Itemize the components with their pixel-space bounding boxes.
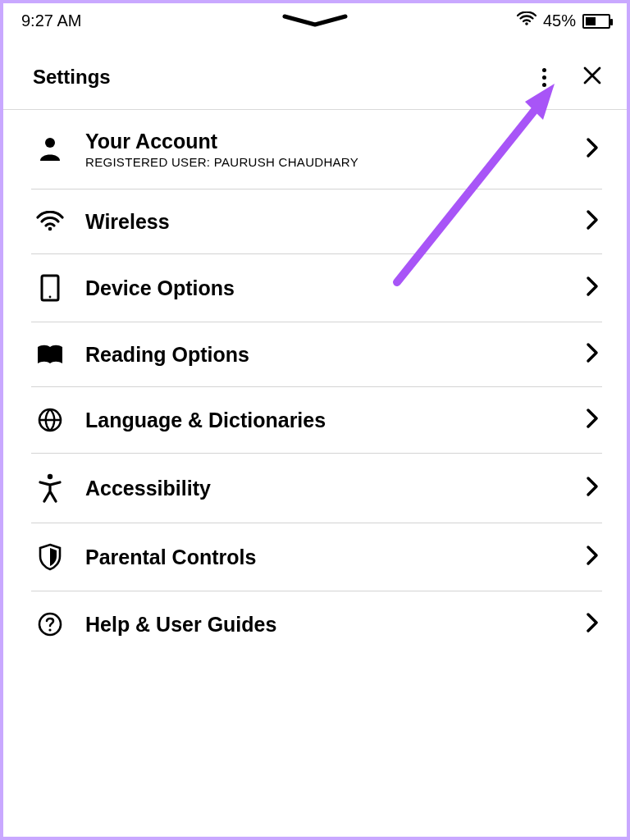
person-icon [34, 136, 66, 162]
status-right: 45% [517, 11, 610, 30]
row-subtitle: REGISTERED USER: PAURUSH CHAUDHARY [85, 155, 566, 169]
svg-point-6 [48, 474, 52, 479]
help-icon [34, 611, 66, 637]
svg-point-8 [48, 628, 51, 631]
settings-list: Your Account REGISTERED USER: PAURUSH CH… [3, 110, 627, 657]
row-reading-options[interactable]: Reading Options [31, 322, 602, 387]
wifi-icon [517, 11, 536, 30]
row-title: Accessibility [85, 477, 566, 500]
chevron-right-icon [586, 276, 599, 300]
row-title: Parental Controls [85, 546, 566, 569]
svg-point-4 [49, 296, 52, 299]
row-title: Reading Options [85, 343, 566, 367]
page-title: Settings [33, 66, 111, 89]
svg-point-1 [45, 138, 55, 148]
accessibility-icon [34, 473, 66, 503]
overflow-menu-button[interactable] [539, 65, 550, 90]
tablet-icon [34, 274, 66, 302]
close-button[interactable] [578, 63, 607, 91]
row-title: Device Options [85, 276, 566, 300]
globe-icon [34, 407, 66, 433]
row-your-account[interactable]: Your Account REGISTERED USER: PAURUSH CH… [31, 110, 602, 189]
settings-header: Settings [3, 35, 627, 110]
chevron-right-icon [586, 545, 599, 569]
row-title: Your Account [85, 130, 566, 153]
wifi-icon [34, 211, 66, 232]
chevron-right-icon [586, 209, 599, 234]
chevron-right-icon [586, 342, 599, 367]
row-title: Help & User Guides [85, 613, 566, 637]
battery-icon [582, 14, 610, 29]
row-wireless[interactable]: Wireless [31, 189, 602, 254]
status-time: 9:27 AM [21, 11, 81, 30]
svg-point-0 [525, 22, 528, 25]
shield-icon [34, 543, 66, 571]
screen-frame: 9:27 AM 45% Settings [0, 0, 630, 840]
row-device-options[interactable]: Device Options [31, 254, 602, 322]
chevron-right-icon [586, 612, 599, 637]
swipe-handle-icon[interactable] [278, 13, 352, 33]
row-help-guides[interactable]: Help & User Guides [31, 591, 602, 657]
book-icon [34, 343, 66, 366]
row-title: Language & Dictionaries [85, 409, 566, 432]
battery-percentage: 45% [543, 11, 576, 30]
chevron-right-icon [586, 476, 599, 500]
row-language-dictionaries[interactable]: Language & Dictionaries [31, 387, 602, 454]
svg-point-2 [48, 227, 52, 231]
chevron-right-icon [586, 137, 599, 162]
chevron-right-icon [586, 408, 599, 432]
row-accessibility[interactable]: Accessibility [31, 454, 602, 523]
row-parental-controls[interactable]: Parental Controls [31, 523, 602, 591]
row-title: Wireless [85, 210, 566, 234]
